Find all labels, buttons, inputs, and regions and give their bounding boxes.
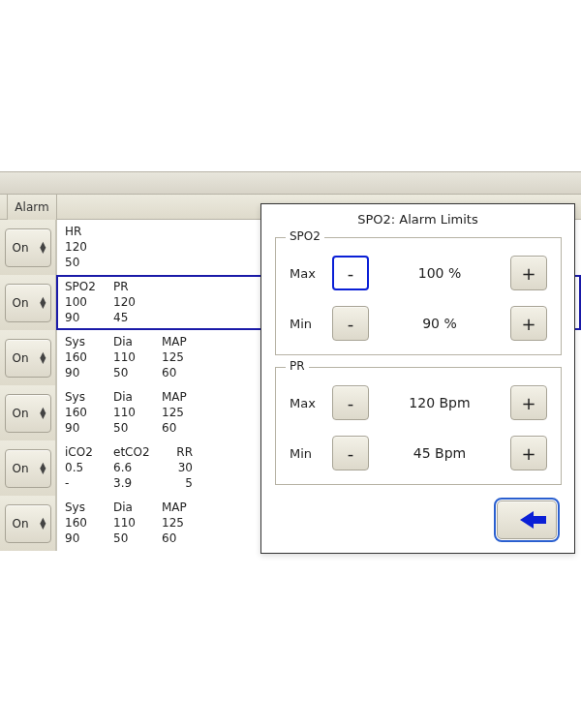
value-cell: 90	[65, 310, 113, 325]
alarm-on-cell: On▲▼	[0, 275, 56, 330]
pr-max-minus-button[interactable]: -	[332, 385, 369, 420]
pr-min-row: Min - 45 Bpm +	[290, 434, 547, 472]
alarm-on-label: On	[13, 351, 29, 365]
column-label: RR	[162, 444, 210, 460]
alarm-values-grid: SPO2PR1001209045	[65, 279, 162, 325]
spo2-max-label: Max	[290, 266, 332, 281]
column-label: PR	[113, 279, 162, 294]
alarm-on-cell: On▲▼	[0, 330, 56, 385]
pr-max-value: 120 Bpm	[369, 395, 510, 410]
back-button[interactable]	[497, 500, 557, 539]
value-cell: 50	[113, 365, 162, 380]
alarm-on-label: On	[13, 517, 29, 531]
column-label: MAP	[162, 389, 210, 405]
value-cell: 60	[162, 365, 210, 380]
value-cell: 110	[113, 515, 162, 531]
pr-min-label: Min	[290, 446, 332, 461]
alarm-on-toggle[interactable]: On▲▼	[5, 339, 51, 378]
alarm-on-label: On	[13, 462, 29, 475]
alarm-values-grid: iCO2etCO2RR0.56.630-3.95	[65, 444, 210, 491]
value-cell: 6.6	[113, 460, 162, 475]
value-cell: 160	[65, 515, 113, 531]
alarm-values-grid: HR12050	[65, 224, 113, 270]
pr-min-value: 45 Bpm	[369, 445, 510, 461]
value-cell: 125	[162, 405, 210, 420]
alarm-on-cell: On▲▼	[0, 385, 56, 440]
value-cell: 3.9	[113, 475, 162, 491]
column-label: Dia	[113, 334, 162, 349]
column-label: MAP	[162, 334, 210, 349]
spo2-min-label: Min	[290, 317, 332, 331]
value-cell: 90	[65, 531, 113, 546]
value-cell: 90	[65, 365, 113, 380]
alarm-on-toggle[interactable]: On▲▼	[5, 449, 51, 488]
column-label: Dia	[113, 389, 162, 405]
value-cell: -	[65, 475, 113, 491]
pr-min-plus-button[interactable]: +	[510, 436, 547, 470]
value-cell: 30	[162, 460, 210, 475]
value-cell: 125	[162, 515, 210, 531]
fieldset-pr: PR Max - 120 Bpm + Min - 45 Bpm +	[275, 367, 562, 485]
column-label: MAP	[162, 500, 210, 515]
up-down-icon: ▲▼	[40, 352, 46, 364]
pr-max-row: Max - 120 Bpm +	[290, 383, 547, 422]
value-cell: 100	[65, 294, 113, 310]
value-cell: 50	[113, 531, 162, 546]
alarm-on-toggle[interactable]: On▲▼	[5, 504, 51, 543]
value-cell: 60	[162, 420, 210, 436]
value-cell: 5	[162, 475, 210, 491]
value-cell: 90	[65, 420, 113, 436]
spo2-max-plus-button[interactable]: +	[510, 256, 547, 290]
value-cell: 160	[65, 405, 113, 420]
fieldset-spo2-legend: SPO2	[286, 229, 324, 243]
alarm-values-grid: SysDiaMAP160110125905060	[65, 389, 210, 436]
alarm-on-label: On	[13, 296, 29, 310]
spo2-min-row: Min - 90 % +	[290, 304, 547, 343]
arrow-left-icon	[520, 511, 534, 529]
value-cell: 120	[113, 294, 162, 310]
alarm-on-toggle[interactable]: On▲▼	[5, 394, 51, 433]
up-down-icon: ▲▼	[40, 463, 46, 474]
pr-max-plus-button[interactable]: +	[510, 385, 547, 420]
up-down-icon: ▲▼	[40, 297, 46, 309]
alarm-on-cell: On▲▼	[0, 496, 56, 551]
column-label: Dia	[113, 500, 162, 515]
spo2-min-minus-button[interactable]: -	[332, 306, 369, 341]
spo2-max-value: 100 %	[369, 265, 510, 281]
spo2-max-minus-button[interactable]: -	[332, 256, 369, 290]
alarm-on-cell: On▲▼	[0, 440, 56, 496]
value-cell: 0.5	[65, 460, 113, 475]
value-cell: 60	[162, 531, 210, 546]
header-alarm: Alarm	[7, 195, 57, 220]
spo2-max-row: Max - 100 % +	[290, 254, 547, 292]
alarm-on-label: On	[13, 407, 29, 420]
up-down-icon: ▲▼	[40, 408, 46, 419]
alarm-values-grid: SysDiaMAP160110125905060	[65, 334, 210, 380]
header-alarm-label: Alarm	[15, 200, 48, 214]
alarm-on-toggle[interactable]: On▲▼	[5, 228, 51, 267]
alarm-on-toggle[interactable]: On▲▼	[5, 284, 51, 322]
up-down-icon: ▲▼	[40, 242, 46, 254]
value-cell: 110	[113, 405, 162, 420]
value-cell: 110	[113, 349, 162, 365]
column-label: Sys	[65, 389, 113, 405]
pr-min-minus-button[interactable]: -	[332, 436, 369, 470]
fieldset-pr-legend: PR	[286, 359, 309, 373]
fieldset-spo2: SPO2 Max - 100 % + Min - 90 % +	[275, 237, 562, 355]
alarm-values-grid: SysDiaMAP160110125905060	[65, 500, 210, 546]
column-label: etCO2	[113, 444, 162, 460]
value-cell: 120	[65, 239, 113, 255]
column-label: iCO2	[65, 444, 113, 460]
value-cell: 45	[113, 310, 162, 325]
alarm-on-cell: On▲▼	[0, 220, 56, 275]
toolbar	[0, 171, 581, 195]
value-cell: 50	[113, 420, 162, 436]
value-cell: 50	[65, 255, 113, 270]
dialog-title: SPO2: Alarm Limits	[261, 204, 574, 230]
spo2-min-plus-button[interactable]: +	[510, 306, 547, 341]
column-label: Sys	[65, 334, 113, 349]
pr-max-label: Max	[290, 396, 332, 410]
column-label: SPO2	[65, 279, 113, 294]
column-label: HR	[65, 224, 113, 239]
value-cell: 125	[162, 349, 210, 365]
